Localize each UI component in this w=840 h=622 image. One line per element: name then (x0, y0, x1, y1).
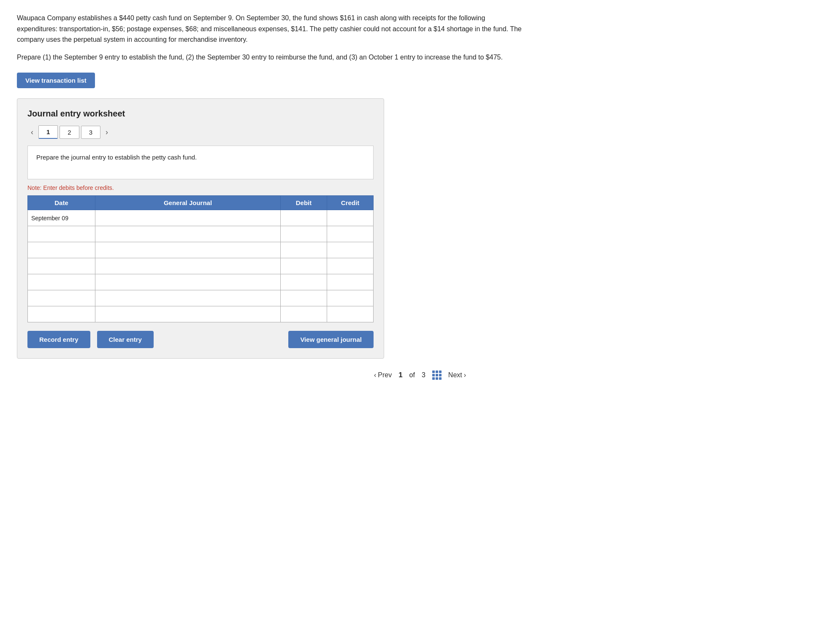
general-journal-input[interactable] (95, 226, 280, 242)
debit-input[interactable] (281, 258, 327, 274)
debit-cell[interactable] (281, 258, 327, 274)
current-page: 1 (398, 371, 402, 379)
table-row (28, 274, 374, 290)
tab-3[interactable]: 3 (81, 126, 100, 139)
table-row (28, 258, 374, 274)
prev-button[interactable]: ‹ Prev (374, 371, 392, 379)
general-journal-input[interactable] (95, 290, 280, 306)
credit-input[interactable] (327, 290, 373, 306)
tab-prev-arrow[interactable]: ‹ (27, 126, 37, 138)
credit-input[interactable] (327, 210, 373, 226)
pagination-bar: ‹ Prev 1 of 3 Next › (17, 370, 823, 380)
credit-cell[interactable] (327, 306, 374, 322)
date-cell (28, 306, 95, 322)
total-pages: 3 (422, 371, 425, 379)
general-journal-cell[interactable] (95, 274, 281, 290)
debit-cell[interactable] (281, 290, 327, 306)
table-row (28, 242, 374, 258)
date-cell (28, 290, 95, 306)
prev-chevron-icon: ‹ (374, 371, 376, 379)
general-journal-cell[interactable] (95, 242, 281, 258)
journal-table: Date General Journal Debit Credit Septem… (27, 195, 374, 322)
general-journal-input[interactable] (95, 242, 280, 258)
grid-icon[interactable] (432, 370, 442, 380)
debit-cell[interactable] (281, 274, 327, 290)
general-journal-input[interactable] (95, 274, 280, 290)
paragraph1: Waupaca Company establishes a $440 petty… (17, 13, 523, 45)
col-header-date: Date (28, 196, 95, 210)
view-transaction-button[interactable]: View transaction list (17, 73, 95, 88)
general-journal-cell[interactable] (95, 258, 281, 274)
debit-input[interactable] (281, 290, 327, 306)
credit-cell[interactable] (327, 242, 374, 258)
instruction-text: Prepare the journal entry to establish t… (36, 154, 197, 161)
general-journal-input[interactable] (95, 210, 280, 226)
debit-cell[interactable] (281, 226, 327, 242)
worksheet-container: Journal entry worksheet ‹ 1 2 3 › Prepar… (17, 98, 384, 359)
table-row: September 09 (28, 210, 374, 226)
col-header-general-journal: General Journal (95, 196, 281, 210)
credit-input[interactable] (327, 226, 373, 242)
credit-input[interactable] (327, 274, 373, 290)
of-label: of (409, 371, 415, 379)
credit-input[interactable] (327, 258, 373, 274)
credit-cell[interactable] (327, 210, 374, 226)
debit-cell[interactable] (281, 210, 327, 226)
paragraph2: Prepare (1) the September 9 entry to est… (17, 52, 523, 63)
worksheet-title: Journal entry worksheet (27, 109, 374, 119)
note-text: Note: Enter debits before credits. (27, 184, 374, 191)
credit-cell[interactable] (327, 258, 374, 274)
col-header-credit: Credit (327, 196, 374, 210)
general-journal-input[interactable] (95, 306, 280, 322)
prev-label: Prev (378, 371, 392, 379)
general-journal-cell[interactable] (95, 290, 281, 306)
debit-input[interactable] (281, 274, 327, 290)
debit-cell[interactable] (281, 242, 327, 258)
date-cell (28, 226, 95, 242)
date-cell: September 09 (28, 210, 95, 226)
col-header-debit: Debit (281, 196, 327, 210)
general-journal-cell[interactable] (95, 210, 281, 226)
table-row (28, 226, 374, 242)
view-general-journal-button[interactable]: View general journal (288, 331, 374, 348)
credit-cell[interactable] (327, 274, 374, 290)
table-row (28, 306, 374, 322)
date-cell (28, 258, 95, 274)
debit-input[interactable] (281, 306, 327, 322)
credit-input[interactable] (327, 306, 373, 322)
next-button[interactable]: Next › (448, 371, 466, 379)
date-cell (28, 274, 95, 290)
table-row (28, 290, 374, 306)
tab-navigation: ‹ 1 2 3 › (27, 125, 374, 139)
credit-cell[interactable] (327, 290, 374, 306)
button-row: Record entry Clear entry View general jo… (27, 331, 374, 348)
record-entry-button[interactable]: Record entry (27, 331, 90, 348)
instruction-box: Prepare the journal entry to establish t… (27, 146, 374, 179)
next-chevron-icon: › (464, 371, 466, 379)
debit-input[interactable] (281, 226, 327, 242)
general-journal-input[interactable] (95, 258, 280, 274)
problem-text: Waupaca Company establishes a $440 petty… (17, 13, 523, 62)
clear-entry-button[interactable]: Clear entry (97, 331, 154, 348)
tab-next-arrow[interactable]: › (102, 126, 111, 138)
tab-1[interactable]: 1 (38, 125, 58, 139)
next-label: Next (448, 371, 462, 379)
general-journal-cell[interactable] (95, 306, 281, 322)
debit-cell[interactable] (281, 306, 327, 322)
date-cell (28, 242, 95, 258)
debit-input[interactable] (281, 242, 327, 258)
general-journal-cell[interactable] (95, 226, 281, 242)
debit-input[interactable] (281, 210, 327, 226)
credit-cell[interactable] (327, 226, 374, 242)
tab-2[interactable]: 2 (60, 126, 79, 139)
credit-input[interactable] (327, 242, 373, 258)
